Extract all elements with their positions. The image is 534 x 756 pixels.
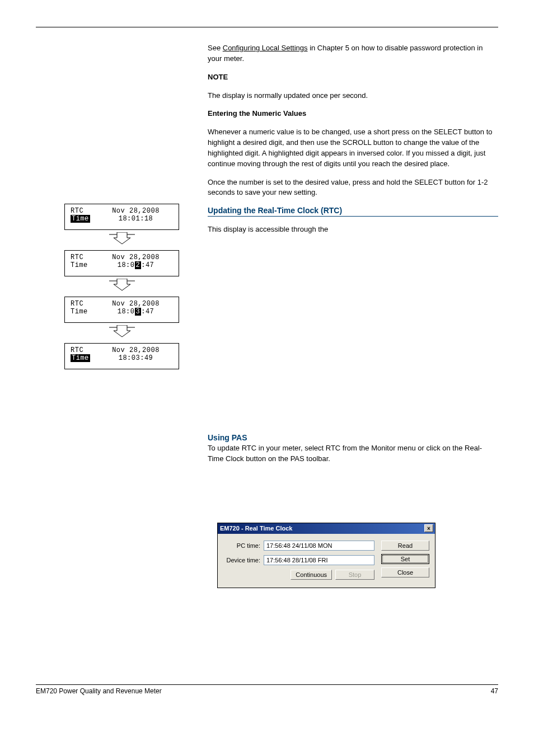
pas-body: To update RTC in your meter, select RTC … <box>208 443 494 464</box>
pas-heading: Using PAS <box>208 433 494 442</box>
close-button[interactable]: Close <box>381 567 429 577</box>
lcd-4: RTCNov 28,2008 Time18:03:49 <box>64 343 179 369</box>
note-heading: NOTE <box>208 72 498 83</box>
device-time-value: 17:56:48 28/11/08 FRI <box>264 555 374 565</box>
rtc-line1: This display is accessible through the <box>208 224 498 235</box>
close-icon[interactable]: × <box>424 524 433 532</box>
arrow-3 <box>64 323 179 343</box>
footer-left: EM720 Power Quality and Revenue Meter <box>36 687 162 695</box>
stop-button[interactable]: Stop <box>335 570 374 580</box>
lcd-2: RTCNov 28,2008 Time18:02:47 <box>64 250 179 276</box>
dialog-titlebar: EM720 - Real Time Clock × <box>218 523 435 534</box>
pc-time-label: PC time: <box>223 542 264 549</box>
device-time-label: Device time: <box>223 557 264 564</box>
note-body: The display is normally updated once per… <box>208 91 498 101</box>
lcd-3: RTCNov 28,2008 Time18:03:47 <box>64 297 179 323</box>
entering-title: Entering the Numeric Values <box>208 109 498 119</box>
footer-page: 47 <box>491 687 498 695</box>
continuous-button[interactable]: Continuous <box>291 570 332 580</box>
rtc-heading-rule <box>208 216 498 217</box>
dialog-title: EM720 - Real Time Clock <box>220 525 424 532</box>
lcd-sequence: RTCNov 28,2008 Time18:01:18 RTCNov 28,20… <box>64 204 179 369</box>
lcd-1: RTCNov 28,2008 Time18:01:18 <box>64 204 179 230</box>
arrow-2 <box>64 276 179 297</box>
page-rule <box>36 27 498 27</box>
entering-body: Whenever a numeric value is to be change… <box>208 127 498 169</box>
pc-time-value: 17:56:48 24/11/08 MON <box>264 541 374 551</box>
arrow-1 <box>64 230 179 250</box>
read-button[interactable]: Read <box>381 541 429 551</box>
entering-last: Once the number is set to the desired va… <box>208 177 498 199</box>
set-button[interactable]: Set <box>381 554 429 564</box>
footer-rule <box>36 684 498 685</box>
paragraph-see-local: See Configuring Local Settings in Chapte… <box>208 43 498 64</box>
rtc-heading: Updating the Real-Time Clock (RTC) <box>208 206 498 215</box>
rtc-dialog: EM720 - Real Time Clock × PC time: 17:56… <box>217 523 435 588</box>
